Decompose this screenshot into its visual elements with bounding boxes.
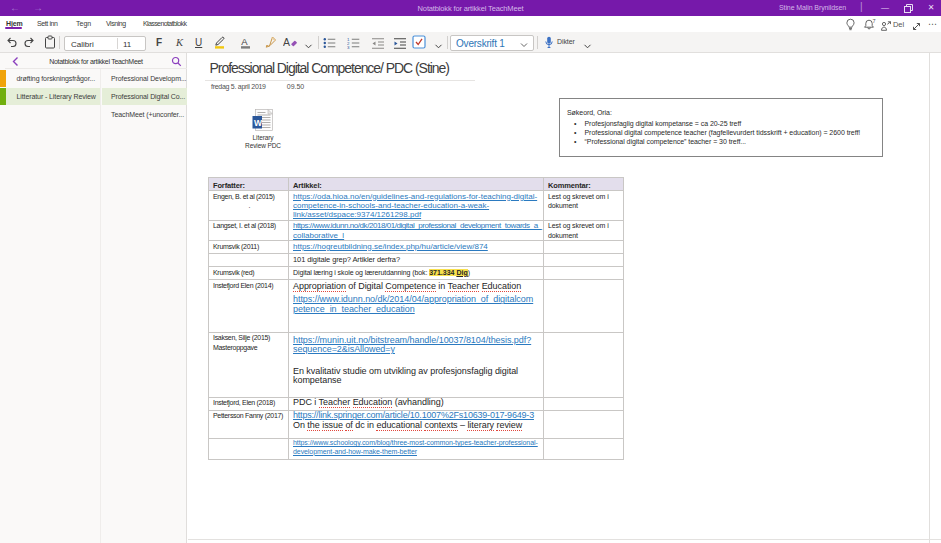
- svg-text:A: A: [283, 36, 290, 48]
- svg-text:3: 3: [347, 45, 350, 50]
- svg-text:A: A: [241, 36, 248, 47]
- svg-text:W: W: [254, 118, 263, 128]
- svg-text:7: 7: [873, 18, 876, 24]
